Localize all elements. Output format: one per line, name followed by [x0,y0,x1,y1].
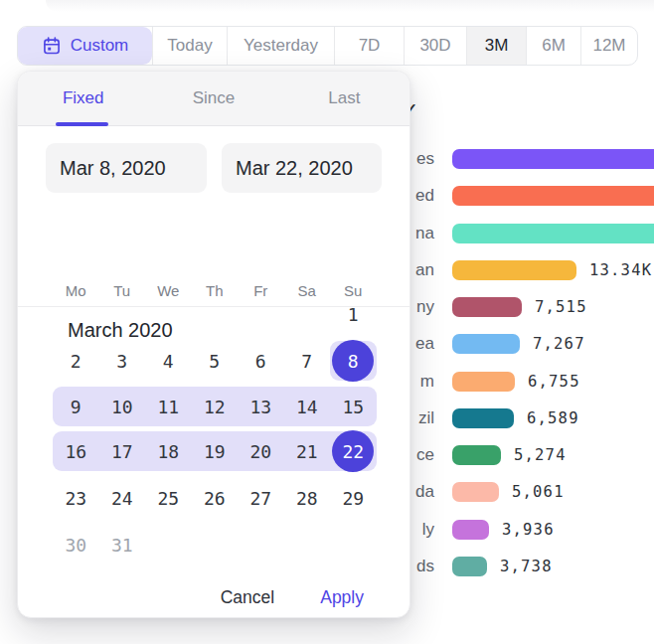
country-bar[interactable] [452,557,487,576]
day-number: 22 [342,441,364,462]
day-cell-31[interactable]: 31 [99,525,146,564]
day-cell-empty [284,294,331,334]
day-number: 19 [204,441,226,462]
day-cell-19[interactable]: 19 [192,431,239,471]
day-number: 3 [116,351,127,372]
day-cell-29[interactable]: 29 [330,478,377,518]
day-cell-empty [99,294,146,334]
calendar-week-row: 23242526272829 [53,478,377,518]
day-number: 8 [348,351,359,372]
day-cell-empty [192,525,239,564]
range-button-yesterday[interactable]: Yesterday [227,27,334,65]
country-bar[interactable] [452,186,654,206]
day-number: 4 [163,351,174,372]
day-cell-13[interactable]: 13 [238,387,284,426]
day-number: 23 [65,488,86,509]
country-value: 13.34K [589,261,652,279]
country-bar[interactable] [452,482,499,502]
custom-range-label: Custom [71,36,129,56]
calendar-week-row: 3031 [53,525,377,564]
country-value: 3,936 [502,521,555,539]
day-number: 24 [111,488,133,509]
day-cell-28[interactable]: 28 [284,478,331,518]
day-cell-empty [284,525,331,564]
country-bar[interactable] [452,297,522,317]
day-cell-23[interactable]: 23 [53,478,99,518]
country-value: 7,267 [533,335,585,353]
day-cell-27[interactable]: 27 [238,478,284,518]
day-number: 21 [296,441,318,462]
country-value: 3,738 [500,558,553,575]
range-button-today[interactable]: Today [152,27,227,65]
time-range-toolbar: Custom TodayYesterday7D30D3M6M12M [17,26,638,66]
day-cell-25[interactable]: 25 [145,478,192,518]
range-button-3m[interactable]: 3M [466,27,526,65]
day-number: 10 [111,397,133,417]
day-cell-9[interactable]: 9 [53,387,99,426]
day-number: 14 [296,397,318,417]
day-cell-20[interactable]: 20 [238,431,284,471]
day-number: 20 [249,441,271,462]
day-number: 26 [204,488,226,509]
range-button-12m[interactable]: 12M [580,27,637,65]
day-number: 30 [65,535,86,556]
day-cell-18[interactable]: 18 [145,431,192,471]
country-bar[interactable] [452,408,514,428]
day-cell-11[interactable]: 11 [145,387,192,426]
day-cell-5[interactable]: 5 [192,341,239,381]
day-cell-empty [238,294,284,334]
day-number: 5 [209,351,220,372]
day-cell-4[interactable]: 4 [145,341,192,381]
country-bar[interactable] [452,372,515,392]
day-cell-empty [192,294,239,334]
day-cell-6[interactable]: 6 [238,341,284,381]
tab-last[interactable]: Last [279,72,409,125]
day-cell-12[interactable]: 12 [192,387,239,426]
day-cell-21[interactable]: 21 [284,431,331,471]
day-number: 13 [249,397,271,417]
country-bar[interactable] [452,260,576,280]
active-tab-underline [56,122,108,127]
day-cell-2[interactable]: 2 [53,341,99,381]
day-cell-empty [53,294,99,334]
day-cell-10[interactable]: 10 [99,387,146,426]
day-cell-8[interactable]: 8 [330,341,377,381]
calendar-week-row: 1 [53,294,377,334]
day-cell-17[interactable]: 17 [99,431,146,471]
day-number: 9 [71,397,82,417]
day-cell-30[interactable]: 30 [53,525,99,564]
day-cell-26[interactable]: 26 [192,478,239,518]
day-cell-1[interactable]: 1 [330,294,377,334]
day-number: 18 [157,441,179,462]
day-number: 15 [342,397,364,417]
custom-range-button[interactable]: Custom [18,27,152,65]
country-bar[interactable] [452,445,501,465]
day-number: 12 [204,397,226,417]
range-button-7d[interactable]: 7D [334,27,404,65]
start-date-input[interactable]: Mar 8, 2020 [46,143,207,193]
day-cell-3[interactable]: 3 [99,341,146,381]
day-cell-15[interactable]: 15 [330,387,377,426]
country-bar[interactable] [452,149,654,169]
range-button-30d[interactable]: 30D [404,27,466,65]
day-cell-16[interactable]: 16 [53,431,99,471]
country-bar[interactable] [452,224,654,243]
country-bar[interactable] [452,520,489,540]
day-number: 16 [65,441,86,462]
cancel-button[interactable]: Cancel [221,587,274,608]
country-bar[interactable] [452,334,520,354]
day-cell-14[interactable]: 14 [284,387,331,426]
day-number: 25 [157,488,179,509]
tab-since[interactable]: Since [148,72,278,125]
apply-button[interactable]: Apply [320,587,364,608]
day-number: 11 [157,397,179,417]
day-cell-7[interactable]: 7 [284,341,331,381]
day-cell-24[interactable]: 24 [99,478,146,518]
day-number: 29 [342,488,364,509]
tab-fixed[interactable]: Fixed [18,72,148,125]
range-button-6m[interactable]: 6M [526,27,580,65]
end-date-input[interactable]: Mar 22, 2020 [222,143,382,193]
day-cell-empty [238,525,284,564]
day-cell-22[interactable]: 22 [330,431,377,471]
end-date-value: Mar 22, 2020 [236,157,353,180]
